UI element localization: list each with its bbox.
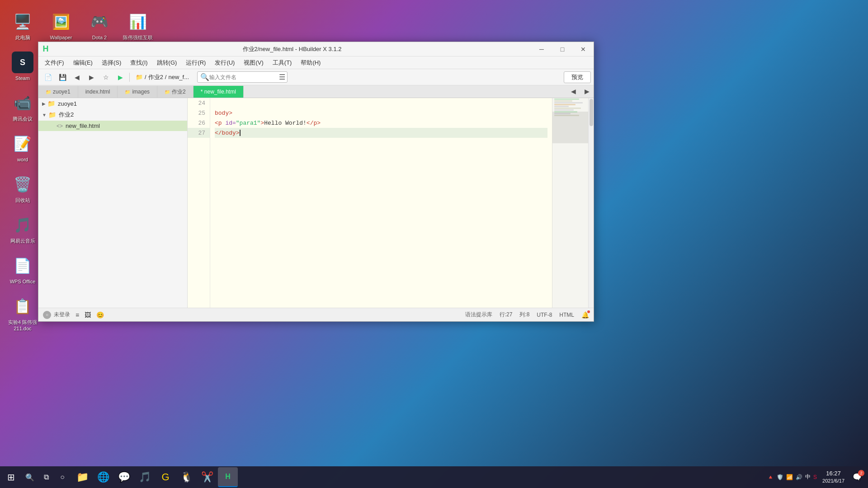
tab-zuoye2[interactable]: 📁 作业2 — [157, 86, 193, 98]
tray-shield[interactable]: 🛡️ — [777, 474, 783, 480]
menu-run[interactable]: 运行(R) — [181, 58, 210, 68]
tab-folder-icon: 📁 — [46, 89, 51, 94]
dota2-label: Dota 2 — [92, 34, 107, 41]
menu-view[interactable]: 视图(V) — [239, 58, 268, 68]
taskbar-wechat[interactable]: 💬 — [114, 467, 134, 487]
desktop-icon-steam[interactable]: S Steam — [5, 50, 41, 83]
search-input[interactable] — [209, 74, 277, 80]
encoding-indicator: UTF-8 — [537, 312, 552, 318]
syntax-hint: 语法提示库 — [465, 311, 492, 319]
cortana-button[interactable]: ○ — [54, 466, 71, 488]
taskbar-clock[interactable]: 16:27 2021/6/17 — [819, 469, 848, 485]
action-center-button[interactable]: 🗨️ 2 — [850, 470, 864, 484]
taskbar-right-area: 🔺 🛡️ 📶 🔊 中 S 16:27 2021/6/17 🗨️ 2 — [767, 469, 868, 485]
toolbar-btn-run[interactable]: ▶ — [113, 71, 127, 84]
menu-help[interactable]: 帮助(H) — [296, 58, 325, 68]
tray-ime[interactable]: 中 — [805, 473, 811, 481]
status-right: 语法提示库 行:27 列:8 UTF-8 HTML 🔔 — [465, 311, 589, 319]
desktop-icon-netease[interactable]: 🎵 网易云音乐 — [5, 212, 41, 246]
preview-button[interactable]: 预览 — [564, 71, 591, 83]
menu-edit[interactable]: 编辑(E) — [69, 58, 97, 68]
code-lines[interactable]: body> <p id="para1">Hello World!</p> </b… — [210, 98, 552, 308]
taskbar-netease[interactable]: 🎵 — [135, 467, 155, 487]
tab-zuoye2-icon: 📁 — [165, 89, 170, 94]
maximize-button[interactable]: □ — [552, 42, 573, 56]
tab-new-file[interactable]: * new_file.html — [193, 86, 244, 98]
notification-badge: 2 — [858, 470, 864, 476]
sidebar-folder-zuoye2[interactable]: ▼ 📁 作业2 — [38, 109, 187, 121]
image-icon[interactable]: 🖼 — [85, 311, 91, 319]
wps-icon: 📄 — [12, 255, 33, 277]
toolbar: 📄 💾 ◀ ▶ ☆ ▶ 📁 / 作业2 / new_f... 🔍 ☰ 预览 — [38, 69, 594, 85]
tab-zuoye1-label: zuoye1 — [53, 89, 71, 95]
tab-nav-left[interactable]: ◀ — [566, 85, 580, 98]
menu-file[interactable]: 文件(F) — [40, 58, 69, 68]
desktop: 🖥️ 此电脑 🖼️ WallpaperEngine：... 🎮 Dota 2 📊… — [0, 0, 868, 488]
file-explorer-sidebar: ▶ 📁 zuoye1 ▼ 📁 作业2 <> new_file.html — [38, 98, 188, 308]
desktop-icon-recycle[interactable]: 🗑️ 回收站 — [5, 172, 41, 205]
face-icon[interactable]: 😊 — [96, 311, 104, 319]
tab-images-label: images — [132, 89, 150, 95]
filter-icon[interactable]: ☰ — [279, 73, 285, 81]
tray-sound[interactable]: 🔊 — [796, 474, 802, 480]
taskbar-explorer[interactable]: 📁 — [72, 467, 92, 487]
main-content: ▶ 📁 zuoye1 ▼ 📁 作业2 <> new_file.html 24 — [38, 98, 594, 308]
search-button[interactable]: 🔍 — [22, 466, 38, 488]
tencent-meeting-label: 腾讯会议 — [13, 116, 33, 122]
path-part-file[interactable]: new_f... — [168, 74, 189, 80]
taskbar-ie[interactable]: 🌐 — [93, 467, 113, 487]
tab-index-html[interactable]: index.html — [78, 86, 118, 98]
menu-select[interactable]: 选择(S) — [97, 58, 126, 68]
sidebar-item-new-file[interactable]: <> new_file.html — [38, 121, 187, 131]
file-icon: <> — [57, 123, 63, 129]
menu-tools[interactable]: 工具(T) — [268, 58, 297, 68]
toolbar-btn-1[interactable]: 📄 — [41, 71, 55, 84]
code-editor[interactable]: 24 25 26 27 body> <p id="para1">Hello Wo… — [188, 98, 594, 308]
toolbar-btn-back[interactable]: ◀ — [70, 71, 84, 84]
taskbar-qq[interactable]: 🐧 — [176, 467, 196, 487]
tag-body-open: body> — [215, 110, 232, 117]
vertical-scrollbar[interactable] — [588, 98, 594, 308]
task-view-button[interactable]: ⧉ — [38, 466, 54, 488]
start-button[interactable]: ⊞ — [0, 466, 22, 488]
tab-zuoye1[interactable]: 📁 zuoye1 — [38, 86, 78, 98]
path-separator-1: / — [145, 74, 146, 80]
path-part-zuoye2[interactable]: 作业2 — [148, 73, 163, 81]
tray-s[interactable]: S — [813, 474, 817, 480]
toolbar-btn-bookmark[interactable]: ☆ — [99, 71, 113, 84]
menu-jump[interactable]: 跳转(G) — [152, 58, 182, 68]
taskbar-snipaste[interactable]: ✂️ — [197, 467, 217, 487]
close-button[interactable]: ✕ — [573, 42, 594, 56]
status-left: ○ 未登录 ≡ 🖼 😊 — [43, 311, 104, 319]
toolbar-btn-forward[interactable]: ▶ — [85, 71, 98, 84]
tray-arrow[interactable]: 🔺 — [767, 474, 774, 480]
taskbar-hbuilder[interactable]: H — [218, 467, 238, 487]
toolbar-sep-1 — [129, 73, 130, 82]
hbuilder-window: H 作业2/new_file.html - HBuilder X 3.1.2 ─… — [38, 42, 594, 322]
toolbar-btn-save[interactable]: 💾 — [56, 71, 69, 84]
folder-icon-2: 📁 — [48, 111, 56, 118]
desktop-icon-my-computer[interactable]: 🖥️ 此电脑 — [5, 9, 41, 42]
scroll-thumb[interactable] — [590, 99, 593, 126]
desktop-icon-tencent-meeting[interactable]: 📹 腾讯会议 — [5, 90, 41, 124]
tray-network[interactable]: 📶 — [786, 474, 793, 480]
desktop-icon-word[interactable]: 📝 word — [5, 131, 41, 164]
sidebar-folder-zuoye1[interactable]: ▶ 📁 zuoye1 — [38, 98, 187, 109]
toolbar-path: 📁 / 作业2 / new_f... — [132, 73, 193, 81]
code-line-24 — [215, 98, 547, 108]
desktop-icon-dota2[interactable]: 🎮 Dota 2 — [81, 9, 118, 42]
steam-icon: S — [12, 52, 33, 73]
desktop-icon-experiment[interactable]: 📋 实验4 陈伟强211.doc — [5, 294, 41, 334]
tab-nav-right[interactable]: ▶ — [580, 85, 594, 98]
col-indicator: 列:8 — [519, 311, 529, 319]
task-list-icon[interactable]: ≡ — [75, 311, 79, 319]
menu-find[interactable]: 查找(I) — [126, 58, 152, 68]
taskbar-goldendict[interactable]: G — [156, 467, 175, 487]
notification-bell-icon[interactable]: 🔔 — [581, 311, 589, 319]
recycle-label: 回收站 — [15, 197, 30, 203]
minimize-button[interactable]: ─ — [531, 42, 552, 56]
experiment-label: 实验4 陈伟强211.doc — [8, 319, 37, 332]
desktop-icon-wps[interactable]: 📄 WPS Office — [5, 253, 41, 286]
tab-images[interactable]: 📁 images — [118, 86, 157, 98]
menu-publish[interactable]: 发行(U) — [210, 58, 239, 68]
